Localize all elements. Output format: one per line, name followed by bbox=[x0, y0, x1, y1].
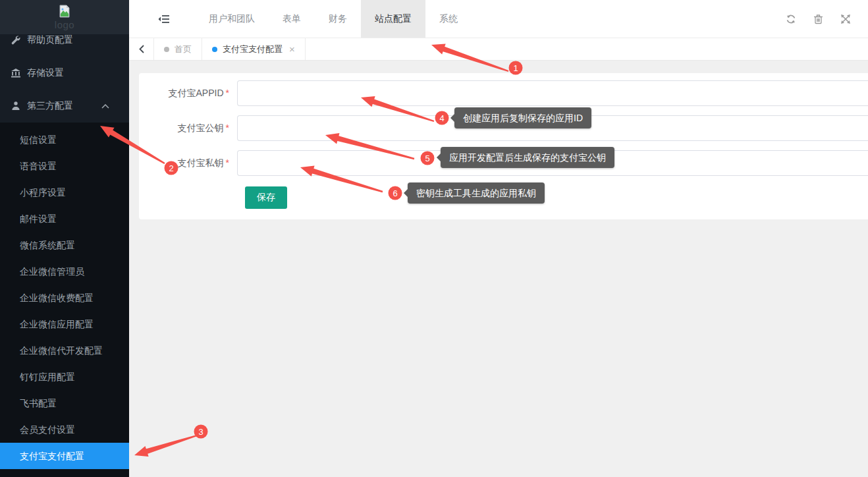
required-asterisk: * bbox=[226, 123, 229, 133]
tab-label: 支付宝支付配置 bbox=[223, 43, 283, 55]
field-label: 支付宝私钥* bbox=[139, 150, 237, 176]
tabs: 首页支付宝支付配置× bbox=[154, 38, 306, 60]
field-label: 支付宝APPID* bbox=[139, 80, 237, 106]
alipay-public-key-input[interactable] bbox=[237, 115, 868, 141]
topnav-item-5[interactable]: 系统 bbox=[425, 0, 472, 38]
logo-text: logo bbox=[55, 19, 74, 30]
tab-dot-icon bbox=[212, 47, 217, 52]
fullscreen-icon[interactable] bbox=[840, 14, 851, 24]
sidebar-subitem-6[interactable]: 企业微信管理员 bbox=[0, 258, 129, 285]
tabs-back-chevron-icon[interactable] bbox=[129, 38, 154, 60]
sidebar: logo 帮助页配置 存储设置 第三方配置 短信设置语音设置小程序设置邮件设置微… bbox=[0, 0, 129, 477]
alipay-config-card: 支付宝APPID*支付宝公钥*支付宝私钥* 保存 bbox=[139, 73, 868, 219]
chevron-up-icon bbox=[101, 104, 109, 109]
top-nav-actions bbox=[786, 14, 851, 24]
tab-close-icon[interactable]: × bbox=[289, 44, 295, 54]
sidebar-menu: 帮助页配置 存储设置 第三方配置 短信设置语音设置小程序设置邮件设置微信系统配置… bbox=[0, 24, 129, 477]
tab-1[interactable]: 首页 bbox=[154, 38, 202, 60]
broken-image-logo-icon bbox=[57, 4, 72, 18]
user-icon bbox=[10, 101, 22, 111]
sidebar-subitem-4[interactable]: 邮件设置 bbox=[0, 206, 129, 232]
alipay-appid-input[interactable] bbox=[237, 80, 868, 106]
sidebar-item-label: 帮助页配置 bbox=[27, 34, 73, 46]
wrench-icon bbox=[10, 35, 22, 45]
sidebar-subitem-8[interactable]: 企业微信应用配置 bbox=[0, 311, 129, 337]
trash-icon[interactable] bbox=[813, 14, 823, 24]
sidebar-subitem-7[interactable]: 企业微信收费配置 bbox=[0, 285, 129, 311]
bank-icon bbox=[10, 68, 22, 78]
main-area: 用户和团队表单财务站点配置系统 bbox=[129, 0, 868, 477]
sidebar-item-label: 存储设置 bbox=[27, 67, 64, 79]
form-row: 支付宝APPID* bbox=[139, 80, 868, 106]
content-area: 支付宝APPID*支付宝公钥*支付宝私钥* 保存 bbox=[129, 61, 868, 477]
sidebar-subitem-10[interactable]: 钉钉应用配置 bbox=[0, 364, 129, 390]
sidebar-submenu: 短信设置语音设置小程序设置邮件设置微信系统配置企业微信管理员企业微信收费配置企业… bbox=[0, 123, 129, 477]
sidebar-item-label: 第三方配置 bbox=[27, 100, 73, 112]
sidebar-subitem-3[interactable]: 小程序设置 bbox=[0, 179, 129, 206]
form-row: 支付宝公钥* bbox=[139, 115, 868, 141]
topnav-item-1[interactable]: 用户和团队 bbox=[195, 0, 269, 38]
sidebar-subitem-1[interactable]: 短信设置 bbox=[0, 126, 129, 153]
sidebar-logo: logo bbox=[0, 0, 129, 34]
sidebar-item-storage-settings[interactable]: 存储设置 bbox=[0, 57, 129, 90]
sidebar-subitem-12[interactable]: 会员支付设置 bbox=[0, 416, 129, 443]
menu-fold-icon[interactable] bbox=[158, 14, 170, 24]
sidebar-subitem-13[interactable]: 支付宝支付配置 bbox=[0, 443, 129, 469]
sidebar-subitem-5[interactable]: 微信系统配置 bbox=[0, 232, 129, 258]
alipay-private-key-input[interactable] bbox=[237, 150, 868, 176]
required-asterisk: * bbox=[226, 88, 229, 98]
sidebar-subitem-9[interactable]: 企业微信代开发配置 bbox=[0, 337, 129, 364]
topnav-item-4[interactable]: 站点配置 bbox=[361, 0, 425, 38]
tab-dot-icon bbox=[164, 47, 169, 52]
sidebar-subitem-11[interactable]: 飞书配置 bbox=[0, 390, 129, 416]
form-row: 支付宝私钥* bbox=[139, 150, 868, 176]
tab-bar: 首页支付宝支付配置× bbox=[129, 38, 868, 61]
field-label: 支付宝公钥* bbox=[139, 115, 237, 141]
required-asterisk: * bbox=[226, 157, 229, 168]
sidebar-subitem-2[interactable]: 语音设置 bbox=[0, 153, 129, 179]
sidebar-item-third-party-config[interactable]: 第三方配置 bbox=[0, 90, 129, 123]
top-nav: 用户和团队表单财务站点配置系统 bbox=[129, 0, 868, 38]
alipay-config-form: 支付宝APPID*支付宝公钥*支付宝私钥* 保存 bbox=[139, 73, 868, 209]
tab-2[interactable]: 支付宝支付配置× bbox=[202, 38, 306, 60]
topnav-item-2[interactable]: 表单 bbox=[269, 0, 315, 38]
topnav-item-3[interactable]: 财务 bbox=[315, 0, 361, 38]
refresh-icon[interactable] bbox=[786, 14, 796, 24]
top-nav-items: 用户和团队表单财务站点配置系统 bbox=[195, 0, 472, 38]
save-button[interactable]: 保存 bbox=[245, 186, 287, 209]
tab-label: 首页 bbox=[175, 43, 192, 55]
